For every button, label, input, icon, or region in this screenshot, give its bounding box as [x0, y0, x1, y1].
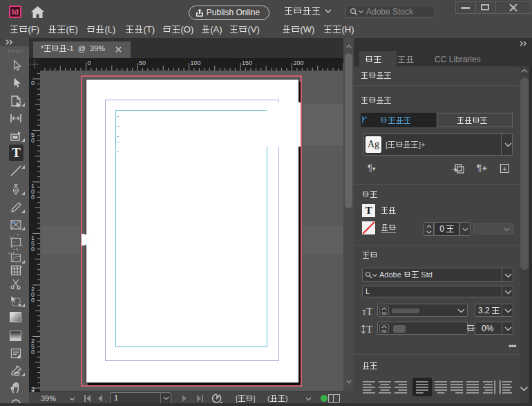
svg-text:0: 0 — [31, 349, 35, 356]
svg-text:0: 0 — [31, 80, 35, 86]
svg-text:150: 150 — [242, 59, 252, 66]
svg-text:0: 0 — [31, 137, 35, 144]
svg-text:50: 50 — [139, 59, 146, 66]
svg-text:3: 3 — [31, 386, 35, 392]
svg-text:0: 0 — [88, 59, 91, 66]
svg-text:200: 200 — [294, 59, 304, 66]
svg-text:0: 0 — [31, 194, 35, 201]
svg-text:0: 0 — [31, 297, 35, 304]
svg-text:100: 100 — [191, 59, 201, 66]
svg-text:0: 0 — [31, 246, 35, 252]
